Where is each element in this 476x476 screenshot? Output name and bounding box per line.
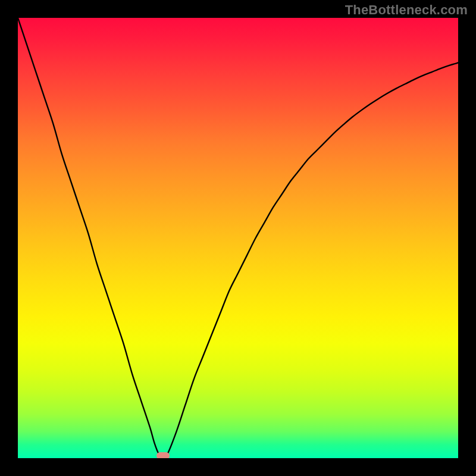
bottleneck-curve <box>18 18 458 458</box>
chart-container: TheBottleneck.com <box>0 0 476 476</box>
optimum-marker <box>156 452 170 458</box>
plot-area <box>18 18 458 458</box>
watermark-text: TheBottleneck.com <box>345 2 468 18</box>
